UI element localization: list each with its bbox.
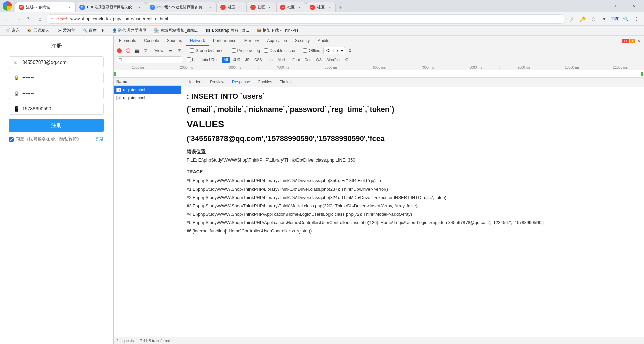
bookmark-jd[interactable]: 🛒 京东 bbox=[3, 27, 22, 35]
resp-tab-cookies[interactable]: Cookies bbox=[254, 78, 276, 87]
offline-input[interactable] bbox=[303, 48, 307, 53]
filter-type-ws[interactable]: WS bbox=[314, 57, 324, 63]
back-button[interactable]: ← bbox=[3, 14, 12, 24]
devtools-close-button[interactable]: ✕ bbox=[635, 37, 643, 45]
home-button[interactable]: ⌂ bbox=[35, 14, 45, 24]
browser-tab-2[interactable]: P PHP注册登录显示网络失败... × bbox=[76, 2, 146, 12]
browser-tab-6[interactable]: m 社区 × bbox=[276, 2, 306, 12]
filter-input[interactable] bbox=[116, 56, 183, 63]
forward-button[interactable]: → bbox=[14, 14, 23, 24]
record-button[interactable] bbox=[116, 47, 123, 54]
filter-type-img[interactable]: Img bbox=[265, 57, 275, 63]
devtools-tab-console[interactable]: Console bbox=[140, 36, 163, 46]
agreement-checkbox[interactable] bbox=[9, 137, 14, 142]
bookmark-tianmao[interactable]: 🐱 天猫精选 bbox=[24, 27, 52, 35]
throttle-select[interactable]: Online bbox=[323, 47, 345, 54]
network-item-1[interactable]: H register.html bbox=[114, 86, 181, 94]
login-link[interactable]: 登录 bbox=[95, 136, 104, 142]
bookmarks-bar: 🛒 京东 🐱 天猫精选 🛍 爱淘宝 🔍 百度一下 👤 陈代进@学者网 🏪 商城网… bbox=[0, 26, 644, 36]
confirm-password-input[interactable] bbox=[22, 91, 99, 96]
timeline-ruler: 1000 ms2000 ms3000 ms4000 ms5000 ms6000 … bbox=[114, 64, 644, 70]
minimize-button[interactable]: ─ bbox=[592, 0, 607, 12]
preserve-log-input[interactable] bbox=[232, 48, 236, 53]
menu-button[interactable]: ⋮ bbox=[632, 14, 641, 24]
password-input[interactable] bbox=[22, 75, 99, 80]
filter-type-all[interactable]: All bbox=[222, 57, 230, 63]
bookmark-chenai[interactable]: 👤 陈代进@学者网 bbox=[110, 27, 149, 35]
devtools-tab-audits[interactable]: Audits bbox=[314, 36, 333, 46]
offline-checkbox[interactable]: Offline bbox=[302, 48, 321, 53]
insecure-icon: ⚠ bbox=[50, 17, 54, 21]
tab-close-1[interactable]: × bbox=[67, 5, 72, 10]
view-list-button[interactable]: ☰ bbox=[167, 47, 174, 54]
bookmark-thinkphp[interactable]: 📦 框架下载 - ThinkPH... bbox=[254, 27, 304, 35]
maximize-button[interactable]: □ bbox=[609, 0, 624, 12]
devtools-tab-memory[interactable]: Memory bbox=[240, 36, 263, 46]
search-button[interactable]: 🔍 bbox=[621, 14, 630, 24]
bookmark-baidu[interactable]: 🔍 百度一下 bbox=[80, 27, 108, 35]
tab-close-2[interactable]: × bbox=[137, 5, 142, 10]
filter-type-other[interactable]: Other bbox=[343, 57, 357, 63]
bookmark-list-button[interactable]: ▾ bbox=[599, 14, 609, 24]
bookmark-taobao[interactable]: 🛍 爱淘宝 bbox=[54, 27, 78, 35]
hide-data-urls-input[interactable] bbox=[187, 57, 191, 62]
devtools-tab-sources[interactable]: Sources bbox=[163, 36, 186, 46]
key-icon-button[interactable]: 🔑 bbox=[578, 14, 587, 24]
new-tab-button[interactable]: + bbox=[336, 3, 345, 12]
network-item-2[interactable]: H register.html bbox=[114, 94, 181, 102]
tab-close-4[interactable]: × bbox=[237, 5, 243, 10]
bookmark-shop[interactable]: 🏪 商城网站模板_商城... bbox=[151, 27, 201, 35]
resp-tab-response[interactable]: Response bbox=[229, 78, 254, 87]
browser-tab-3[interactable]: P PHP用ajax做登陆界面 如何... × bbox=[146, 2, 217, 12]
tab-close-7[interactable]: × bbox=[327, 5, 332, 10]
preserve-log-checkbox[interactable]: Preserve log bbox=[230, 48, 261, 53]
tab-close-5[interactable]: × bbox=[267, 5, 272, 10]
group-by-frame-checkbox[interactable]: Group by frame bbox=[188, 48, 225, 53]
resp-tab-preview[interactable]: Preview bbox=[207, 78, 228, 87]
filter-type-doc[interactable]: Doc bbox=[303, 57, 313, 63]
url-bar[interactable]: ⚠ 不安全 www.shop.com/index.php/Home/user/r… bbox=[46, 14, 566, 24]
bookmark-bootstrap[interactable]: 🅱 Bootstrap 教程 | 菜... bbox=[203, 27, 252, 35]
tab-close-3[interactable]: × bbox=[208, 5, 213, 10]
devtools-tab-application[interactable]: Application bbox=[263, 36, 291, 46]
filter-type-manifest[interactable]: Manifest bbox=[325, 57, 343, 63]
timeline: 1000 ms2000 ms3000 ms4000 ms5000 ms6000 … bbox=[114, 64, 644, 78]
filter-button[interactable]: ▽ bbox=[142, 47, 149, 54]
filter-type-font[interactable]: Font bbox=[290, 57, 302, 63]
email-input[interactable] bbox=[22, 59, 99, 65]
hide-data-urls-checkbox[interactable]: Hide data URLs bbox=[185, 57, 220, 62]
close-button[interactable]: ✕ bbox=[626, 0, 641, 12]
reload-button[interactable]: ↻ bbox=[24, 14, 34, 24]
phone-input[interactable] bbox=[22, 106, 99, 112]
devtools-tab-network[interactable]: Network bbox=[186, 36, 209, 46]
browser-tab-1[interactable]: 注 注册-51购商城 × bbox=[15, 2, 76, 12]
devtools-tab-elements[interactable]: Elements bbox=[115, 36, 140, 46]
view-detail-button[interactable]: ⊞ bbox=[176, 47, 183, 54]
devtools-tab-security[interactable]: Security bbox=[291, 36, 314, 46]
devtools-tab-security-label: Security bbox=[295, 38, 310, 43]
filter-type-js[interactable]: JS bbox=[243, 57, 252, 63]
settings-button[interactable]: ⚙ bbox=[347, 47, 354, 54]
tab-close-6[interactable]: × bbox=[297, 5, 302, 10]
devtools-tab-performance-label: Performance bbox=[213, 38, 236, 43]
bookmark-star-button[interactable]: ☆ bbox=[589, 14, 598, 24]
browser-tab-7[interactable]: m 社区 × bbox=[306, 2, 336, 12]
devtools-tab-performance[interactable]: Performance bbox=[209, 36, 240, 46]
resp-tab-timing[interactable]: Timing bbox=[276, 78, 295, 87]
disable-cache-input[interactable] bbox=[264, 48, 268, 53]
browser-tab-4[interactable]: m 社区 × bbox=[217, 2, 246, 12]
browser-tab-5[interactable]: m 社区 × bbox=[246, 2, 276, 12]
filter-type-media[interactable]: Media bbox=[276, 57, 290, 63]
capture-button[interactable]: 📷 bbox=[133, 47, 141, 54]
register-button[interactable]: 注册 bbox=[9, 119, 104, 132]
clear-button[interactable]: 🚫 bbox=[124, 47, 132, 54]
filter-type-xhr[interactable]: XHR bbox=[231, 57, 242, 63]
resp-tab-headers[interactable]: Headers bbox=[184, 78, 206, 87]
baidu-button[interactable]: 百度 bbox=[610, 14, 620, 24]
disable-cache-checkbox[interactable]: Disable cache bbox=[263, 48, 296, 53]
filter-type-css[interactable]: CSS bbox=[252, 57, 264, 63]
extensions-button[interactable]: ⚡ bbox=[567, 14, 576, 24]
response-viewer: Headers Preview Response Cookies Timing bbox=[181, 78, 644, 337]
timeline-tick: 2000 ms bbox=[162, 66, 210, 69]
group-by-frame-input[interactable] bbox=[190, 48, 194, 53]
